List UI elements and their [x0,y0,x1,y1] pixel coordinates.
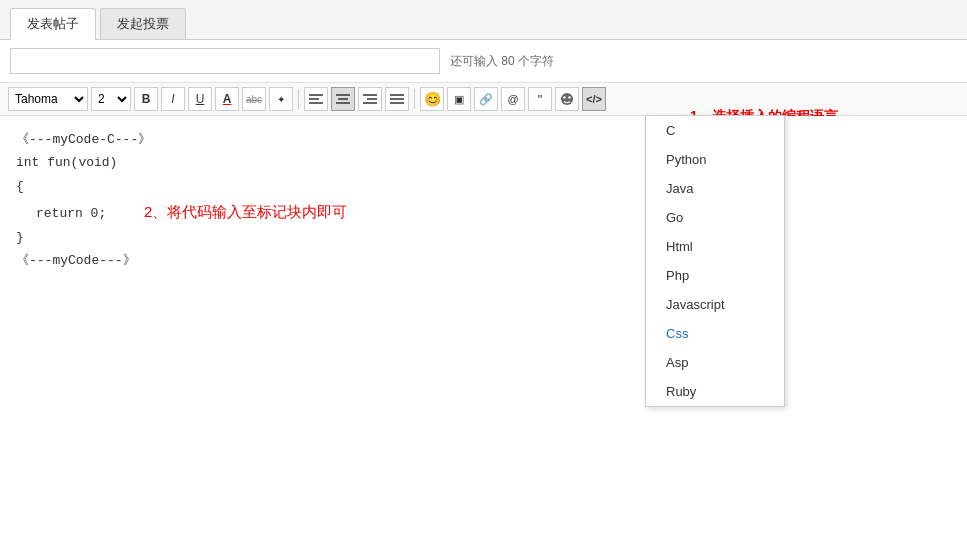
highlight-button[interactable]: abc [242,87,266,111]
title-input[interactable] [10,48,440,74]
quote-button[interactable]: " [528,87,552,111]
italic-button[interactable]: I [161,87,185,111]
lang-item-html[interactable]: Html [646,232,784,261]
eraser-button[interactable]: ✦ [269,87,293,111]
code-line-2: int fun(void) [16,151,951,174]
bold-button[interactable]: B [134,87,158,111]
lang-item-php[interactable]: Php [646,261,784,290]
lang-item-go[interactable]: Go [646,203,784,232]
link-button[interactable]: 🔗 [474,87,498,111]
lang-item-javascript[interactable]: Javascript [646,290,784,319]
lang-item-c[interactable]: C [646,116,784,145]
separator-1 [298,89,299,109]
code-line-3: { [16,175,951,198]
separator-2 [414,89,415,109]
tab-bar: 发表帖子 发起投票 [0,0,967,40]
font-select[interactable]: Tahoma Arial 宋体 [8,87,88,111]
svg-point-13 [563,96,565,98]
underline-button[interactable]: U [188,87,212,111]
align-justify-button[interactable] [385,87,409,111]
code-line-1: 《---myCode-C---》 [16,128,951,151]
email-button[interactable]: @ [501,87,525,111]
emoji-button[interactable]: 😊 [420,87,444,111]
code-line-6: 《---myCode---》 [16,249,951,272]
mask-button[interactable] [555,87,579,111]
align-right-button[interactable] [358,87,382,111]
annotation-2: 2、将代码输入至标记块内即可 [144,203,347,220]
code-line-4: return 0; 2、将代码输入至标记块内即可 [16,198,951,225]
title-row: 还可输入 80 个字符 [0,40,967,83]
lang-item-asp[interactable]: Asp [646,348,784,377]
main-container: 发表帖子 发起投票 还可输入 80 个字符 Tahoma Arial 宋体 1 … [0,0,967,535]
tab-vote[interactable]: 发起投票 [100,8,186,39]
char-count: 还可输入 80 个字符 [450,53,554,70]
align-center-button[interactable] [331,87,355,111]
image-button[interactable]: ▣ [447,87,471,111]
editor-area[interactable]: 《---myCode-C---》 int fun(void) { return … [0,116,967,436]
language-dropdown: C Python Java Go Html Php Javascript Css… [645,115,785,407]
editor-toolbar: Tahoma Arial 宋体 1 2 3 4 B I U A abc ✦ [0,83,967,116]
lang-item-css[interactable]: Css [646,319,784,348]
lang-item-java[interactable]: Java [646,174,784,203]
code-button[interactable]: </> [582,87,606,111]
align-left-button[interactable] [304,87,328,111]
lang-item-ruby[interactable]: Ruby [646,377,784,406]
lang-item-python[interactable]: Python [646,145,784,174]
tab-post[interactable]: 发表帖子 [10,8,96,40]
svg-point-14 [568,96,570,98]
font-color-button[interactable]: A [215,87,239,111]
code-line-5: } [16,226,951,249]
size-select[interactable]: 1 2 3 4 [91,87,131,111]
